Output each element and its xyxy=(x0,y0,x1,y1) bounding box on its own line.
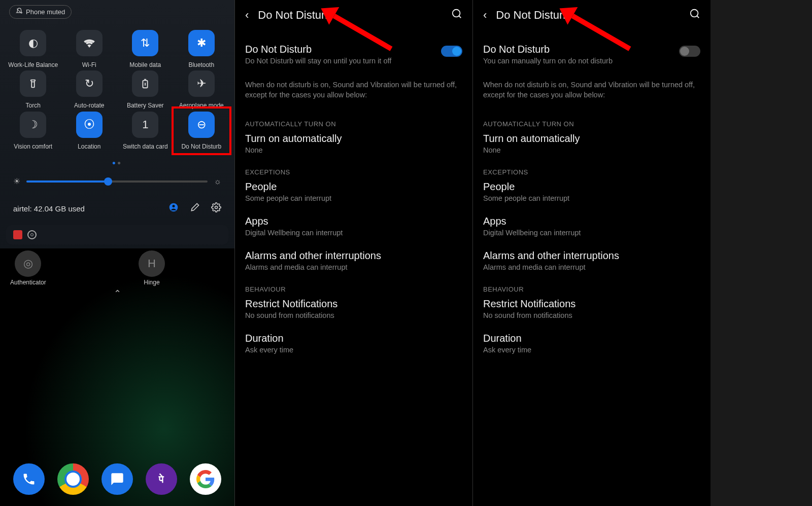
alarms-item[interactable]: Alarms and other interruptions Alarms an… xyxy=(483,249,700,271)
svg-point-4 xyxy=(215,206,218,209)
torch-icon[interactable] xyxy=(20,70,46,97)
dnd-toggle[interactable] xyxy=(679,46,700,57)
dnd-help-text: When do not disturb is on, Sound and Vib… xyxy=(245,80,462,100)
quick-settings-footer: airtel: 42.04 GB used xyxy=(0,196,234,221)
qs-tile-battery-saver[interactable]: Battery Saver xyxy=(118,70,173,109)
page-indicator[interactable]: ●● xyxy=(0,152,234,171)
qs-tile-label: Work-Life Balance xyxy=(8,61,58,68)
settings-header: ‹ Do Not Disturb xyxy=(473,0,710,30)
qs-tile-wi-fi[interactable]: Wi-Fi xyxy=(62,30,117,68)
qs-tile-label: Wi-Fi xyxy=(82,61,96,68)
qs-tile-aeroplane-mode[interactable]: ✈Aeroplane mode xyxy=(175,70,229,109)
search-icon[interactable] xyxy=(689,8,700,22)
switch-data-card-icon[interactable]: 1 xyxy=(132,112,158,138)
section-exceptions-label: EXCEPTIONS xyxy=(245,168,462,176)
apps-item[interactable]: Apps Digital Wellbeing can interrupt xyxy=(483,214,700,237)
dnd-toggle[interactable] xyxy=(441,46,462,57)
section-behaviour-label: BEHAVIOUR xyxy=(245,285,462,293)
settings-header: ‹ Do Not Disturb xyxy=(235,0,472,30)
qs-tile-location[interactable]: ⦿Location xyxy=(62,112,117,150)
battery-saver-icon[interactable] xyxy=(132,70,158,97)
dnd-settings-panel-on: ‹ Do Not Disturb Do Not Disturb Do Not D… xyxy=(234,0,472,506)
duration-item[interactable]: Duration Ask every time xyxy=(483,332,700,354)
work-life-balance-icon[interactable]: ◐ xyxy=(20,30,46,56)
duration-item[interactable]: Duration Ask every time xyxy=(245,332,462,354)
qs-tile-label: Vision comfort xyxy=(14,143,52,150)
location-icon[interactable]: ⦿ xyxy=(76,112,103,138)
vision-comfort-icon[interactable]: ☽ xyxy=(20,112,46,138)
dock-google-icon[interactable] xyxy=(190,463,221,495)
aeroplane-mode-icon[interactable]: ✈ xyxy=(188,70,215,97)
hotspot-icon xyxy=(27,230,37,239)
people-item[interactable]: People Some people can interrupt xyxy=(245,180,462,202)
chip-label: Phone muted xyxy=(26,8,65,16)
qs-tile-switch-data-card[interactable]: 1Switch data card xyxy=(118,112,173,150)
dock-messages-icon[interactable] xyxy=(101,463,133,495)
status-bar: Phone muted xyxy=(0,0,234,22)
wi-fi-icon[interactable] xyxy=(76,30,103,56)
slider-track[interactable] xyxy=(26,180,208,183)
qs-tile-do-not-disturb[interactable]: ⊖Do Not Disturb xyxy=(172,106,232,155)
dnd-help-text: When do not disturb is on, Sound and Vib… xyxy=(483,80,700,100)
data-usage-text[interactable]: airtel: 42.04 GB used xyxy=(13,204,85,213)
qs-tile-vision-comfort[interactable]: ☽Vision comfort xyxy=(6,112,60,150)
qs-tile-label: Torch xyxy=(26,102,41,109)
qs-tile-label: Battery Saver xyxy=(127,102,164,109)
turn-on-automatically-item[interactable]: Turn on automatically None xyxy=(245,132,462,154)
auto-rotate-icon[interactable]: ↻ xyxy=(76,70,103,97)
settings-icon[interactable] xyxy=(211,202,221,215)
brightness-auto-icon: ☼ xyxy=(214,177,221,186)
phone-muted-chip[interactable]: Phone muted xyxy=(9,5,72,19)
qs-tile-label: Switch data card xyxy=(123,143,168,150)
section-behaviour-label: BEHAVIOUR xyxy=(483,285,700,293)
bluetooth-icon[interactable]: ✱ xyxy=(188,30,215,56)
dnd-toggle-row: Do Not Disturb Do Not Disturb will stay … xyxy=(245,43,462,65)
svg-line-6 xyxy=(459,16,461,18)
alarms-item[interactable]: Alarms and other interruptions Alarms an… xyxy=(245,249,462,271)
notification-row[interactable] xyxy=(6,225,228,244)
back-icon[interactable]: ‹ xyxy=(245,9,249,22)
notification-app-icon xyxy=(13,230,22,239)
dnd-toggle-title: Do Not Disturb xyxy=(245,43,435,56)
qs-tile-bluetooth[interactable]: ✱Bluetooth xyxy=(175,30,229,68)
qs-tile-work-life-balance[interactable]: ◐Work-Life Balance xyxy=(6,30,60,68)
svg-point-7 xyxy=(691,10,698,17)
dock-phone-icon[interactable] xyxy=(13,463,45,495)
restrict-notifications-item[interactable]: Restrict Notifications No sound from not… xyxy=(483,297,700,319)
drawer-handle-icon[interactable]: ⌃ xyxy=(114,288,121,299)
home-app-authenticator[interactable]: ◎ Authenticator xyxy=(10,250,46,286)
dnd-toggle-row: Do Not Disturb You can manually turn on … xyxy=(483,43,700,65)
svg-point-5 xyxy=(453,10,460,17)
do-not-disturb-icon[interactable]: ⊖ xyxy=(188,112,215,138)
dnd-toggle-sub: You can manually turn on do not disturb xyxy=(483,57,673,65)
svg-point-3 xyxy=(173,205,175,207)
restrict-notifications-item[interactable]: Restrict Notifications No sound from not… xyxy=(245,297,462,319)
bell-off-icon xyxy=(16,8,23,16)
qs-tile-label: Do Not Disturb xyxy=(181,143,221,150)
dock-phonepe-icon[interactable]: पे xyxy=(146,463,177,495)
qs-tile-torch[interactable]: Torch xyxy=(6,70,60,109)
qs-tile-mobile-data[interactable]: ⇅Mobile data xyxy=(118,30,173,68)
back-icon[interactable]: ‹ xyxy=(483,9,487,22)
people-item[interactable]: People Some people can interrupt xyxy=(483,180,700,202)
user-icon[interactable] xyxy=(168,202,179,215)
dnd-toggle-title: Do Not Disturb xyxy=(483,43,673,56)
apps-item[interactable]: Apps Digital Wellbeing can interrupt xyxy=(245,214,462,237)
turn-on-automatically-item[interactable]: Turn on automatically None xyxy=(483,132,700,154)
qs-tile-auto-rotate[interactable]: ↻Auto-rotate xyxy=(62,70,117,109)
home-app-hinge[interactable]: H Hinge xyxy=(139,250,165,286)
section-auto-label: AUTOMATICALLY TURN ON xyxy=(483,120,700,128)
slider-thumb[interactable] xyxy=(104,177,112,186)
brightness-slider[interactable]: ☀ ☼ xyxy=(0,171,234,196)
section-exceptions-label: EXCEPTIONS xyxy=(483,168,700,176)
brightness-low-icon: ☀ xyxy=(13,176,20,186)
quick-settings-panel: Phone muted ◐Work-Life BalanceWi-Fi⇅Mobi… xyxy=(0,0,234,506)
mobile-data-icon[interactable]: ⇅ xyxy=(132,30,158,56)
qs-tile-label: Bluetooth xyxy=(188,61,214,68)
qs-tile-label: Auto-rotate xyxy=(74,102,104,109)
edit-icon[interactable] xyxy=(190,202,200,215)
dock-chrome-icon[interactable] xyxy=(57,463,89,495)
quick-settings-grid: ◐Work-Life BalanceWi-Fi⇅Mobile data✱Blue… xyxy=(0,22,234,152)
page-title: Do Not Disturb xyxy=(258,9,442,22)
search-icon[interactable] xyxy=(451,8,462,22)
